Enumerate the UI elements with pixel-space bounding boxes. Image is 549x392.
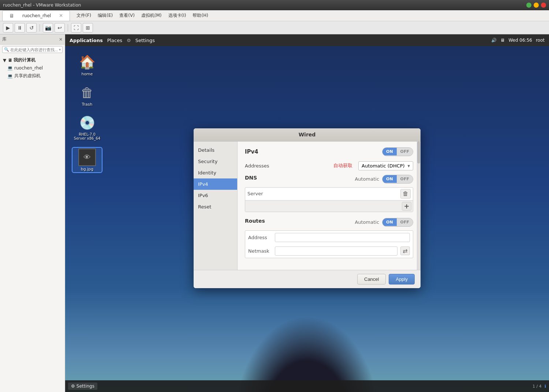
computer-icon-img: 🖥 [8, 58, 12, 63]
dns-label: DNS [245, 175, 355, 181]
tree-item-my-computer[interactable]: ▼ 🖥 我的计算机 [0, 56, 65, 64]
dialog-body: Details Security Identity IPv4 [194, 142, 421, 270]
tree-label-ruochen: ruochen_rhel [14, 65, 43, 71]
vmware-toolbar: ▶ ⏸ ↺ 📷 ↩ ⛶ ⊞ [0, 21, 549, 34]
auto-label: 自动获取 [277, 162, 352, 169]
routes-address-input[interactable] [275, 233, 410, 242]
search-input[interactable] [10, 48, 59, 52]
menu-view[interactable]: 查看(V) [116, 11, 138, 20]
addresses-dropdown[interactable]: Automatic (DHCP) ▾ [358, 161, 413, 170]
routes-label: Routes [245, 218, 355, 224]
dns-toggle-on[interactable]: ON [382, 175, 397, 183]
topbar-right: 🔊 🖥 Wed 06:56 root [491, 38, 545, 43]
routes-toggle[interactable]: ON OFF [382, 218, 413, 227]
cancel-button[interactable]: Cancel [357, 274, 386, 284]
routes-netmask-input[interactable] [275, 246, 397, 256]
server-label: Server [247, 191, 268, 196]
settings-icon: ⚙ [127, 38, 131, 43]
dns-toggle-off[interactable]: OFF [397, 175, 413, 183]
dialog-overlay: Wired Details Security Identi [65, 46, 549, 392]
search-dropdown-icon[interactable]: ▾ [59, 48, 61, 52]
dialog-sidebar: Details Security Identity IPv4 [194, 142, 238, 270]
tree-item-ruochen[interactable]: 💻 ruochen_rhel [0, 64, 65, 72]
vmware-title: ruochen_rhel - VMware Workstation [3, 3, 81, 8]
minimize-btn[interactable] [526, 3, 531, 8]
addresses-row: Addresses 自动获取 Automatic (DHCP) ▾ [245, 161, 413, 170]
places-menu[interactable]: Places [107, 38, 122, 43]
menu-vm[interactable]: 虚拟机(M) [138, 11, 165, 20]
maximize-btn[interactable] [534, 3, 539, 8]
dns-toggle[interactable]: ON OFF [382, 175, 413, 184]
dialog-title: Wired [299, 132, 316, 137]
ipv4-toggle-off[interactable]: OFF [397, 148, 413, 155]
routes-auto-label: Automatic [355, 219, 379, 225]
menu-file[interactable]: 文件(F) [74, 11, 94, 20]
routes-toggle-off[interactable]: OFF [397, 218, 413, 226]
add-icon: + [404, 202, 409, 210]
dns-server-row: Server 🗑 [245, 188, 413, 200]
desktop: 🏠 home 🗑 Trash 💿 RHEL-7.0 Server x86_64 … [65, 46, 549, 392]
routes-action-btn[interactable]: ⇄ [400, 246, 410, 255]
tree-label-my-computer: 我的计算机 [14, 57, 36, 63]
toolbar-suspend-btn[interactable]: ⏸ [15, 23, 25, 33]
routes-toggle-on[interactable]: ON [382, 218, 397, 226]
nav-item-ipv4[interactable]: IPv4 [194, 178, 237, 190]
toolbar-restart-btn[interactable]: ↺ [26, 23, 37, 33]
gnome-topbar: Applications Places ⚙ Settings 🔊 🖥 Wed 0… [65, 34, 549, 46]
toolbar-restore-btn[interactable]: ↩ [55, 23, 65, 33]
vmware-titlebar: ruochen_rhel - VMware Workstation [0, 0, 549, 10]
routes-netmask-label: Netmask [248, 248, 272, 254]
sidebar-header: 库 ✕ [0, 34, 65, 45]
ipv4-toggle[interactable]: ON OFF [382, 147, 413, 156]
sidebar-search-box[interactable]: 🔍 ▾ [2, 46, 63, 53]
toolbar-fullscreen-btn[interactable]: ⛶ [71, 23, 81, 33]
menu-help[interactable]: 帮助(H) [190, 11, 211, 20]
tree-item-shared[interactable]: 💻 共享的虚拟机 [0, 72, 65, 80]
delete-icon: 🗑 [403, 190, 408, 197]
dialog-content: IPv4 ON OFF Addresses 自动获取 [238, 142, 421, 270]
routes-header-row: Routes Automatic ON OFF [245, 218, 413, 227]
computer-icon: ▼ [3, 58, 6, 63]
toolbar-snapshot-btn[interactable]: 📷 [43, 23, 53, 33]
nav-item-identity[interactable]: Identity [194, 167, 237, 178]
apply-button[interactable]: Apply [389, 274, 415, 284]
vm-tab-label[interactable]: ruochen_rhel [19, 12, 54, 19]
dns-add-row: + [245, 200, 413, 212]
menu-tab[interactable]: 选项卡(I) [165, 11, 189, 20]
tab-close-btn[interactable]: ✕ [56, 12, 66, 19]
sidebar-close-btn[interactable]: ✕ [59, 37, 63, 42]
window-controls [526, 3, 546, 8]
nav-item-security[interactable]: Security [194, 156, 237, 167]
dropdown-value: Automatic (DHCP) [362, 163, 405, 169]
ipv4-toggle-on[interactable]: ON [382, 148, 397, 155]
main-area: 库 ✕ 🔍 ▾ ▼ 🖥 我的计算机 💻 ruochen_rhel 💻 共享的虚拟… [0, 34, 549, 392]
toolbar-power-btn[interactable]: ▶ [3, 23, 13, 33]
menu-edit[interactable]: 编辑(E) [95, 11, 116, 20]
nav-item-reset[interactable]: Reset [194, 201, 237, 212]
toolbar-unity-btn[interactable]: ⊞ [83, 23, 93, 33]
dns-delete-btn[interactable]: 🗑 [400, 189, 411, 199]
nav-item-details[interactable]: Details [194, 144, 237, 156]
toolbar-sep1 [40, 24, 40, 31]
route-action-icon: ⇄ [403, 248, 407, 255]
sidebar-tree: ▼ 🖥 我的计算机 💻 ruochen_rhel 💻 共享的虚拟机 [0, 54, 65, 392]
dialog-scrollbar-thumb[interactable] [417, 142, 420, 163]
applications-menu[interactable]: Applications [70, 38, 103, 43]
dropdown-arrow-icon: ▾ [407, 163, 410, 169]
vm-icon: 💻 [7, 65, 13, 71]
ipv4-label: IPv4 [245, 148, 382, 155]
user-menu[interactable]: root [536, 38, 545, 43]
search-icon: 🔍 [4, 47, 9, 52]
nav-item-ipv6[interactable]: IPv6 [194, 190, 237, 201]
dns-add-btn[interactable]: + [402, 202, 411, 211]
routes-section: Routes Automatic ON OFF Addres [245, 218, 413, 258]
sidebar-title: 库 [2, 36, 7, 42]
settings-menu[interactable]: Settings [135, 38, 155, 43]
volume-icon[interactable]: 🔊 [491, 38, 497, 43]
dns-server-input[interactable] [268, 190, 400, 197]
dialog-scrollbar-track[interactable] [417, 142, 421, 270]
sidebar: 库 ✕ 🔍 ▾ ▼ 🖥 我的计算机 💻 ruochen_rhel 💻 共享的虚拟… [0, 34, 65, 392]
clock-display: Wed 06:56 [508, 38, 532, 43]
close-btn[interactable] [541, 3, 546, 8]
network-icon[interactable]: 🖥 [500, 38, 505, 43]
